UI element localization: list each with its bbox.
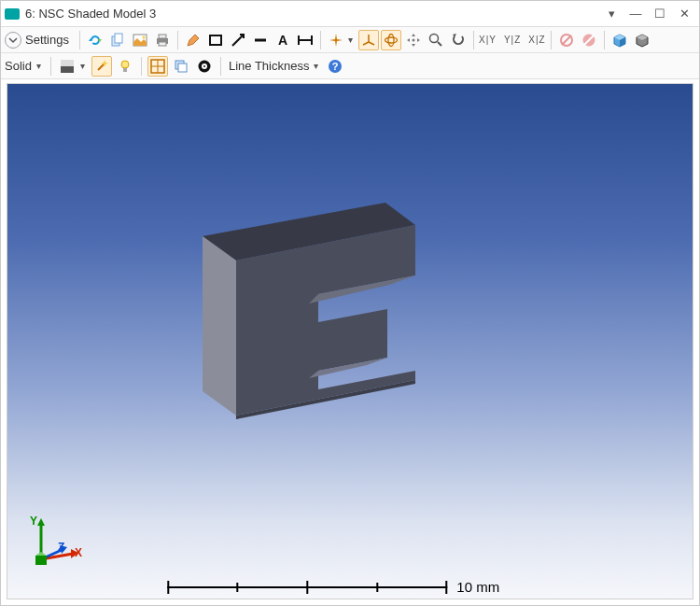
solid-mode-dropdown[interactable]: ▾ [36,61,41,71]
wand-icon [94,59,109,74]
grid-icon [150,59,165,74]
help-button[interactable]: ? [325,56,345,77]
expand-toggle-button[interactable] [5,32,21,49]
separator [320,31,321,49]
rectangle-icon [208,33,223,48]
axis-z-label: Z [58,541,64,554]
separator [220,57,221,76]
lightbulb-icon [118,59,133,74]
app-window: 6: NSC Shaded Model 3 ▾ — ☐ ✕ Settings [0,0,700,606]
pencil-button[interactable] [183,30,203,50]
zoom-button[interactable] [426,30,446,50]
svg-rect-26 [61,60,74,66]
svg-rect-1 [115,34,122,43]
text-button[interactable]: A [273,30,293,50]
close-button[interactable]: ✕ [675,5,693,23]
arrow-icon [231,33,245,48]
gradient-swatch-icon [60,59,75,74]
pan-button[interactable] [403,30,424,50]
settings-label[interactable]: Settings [25,33,69,47]
shading-style-dropdown[interactable]: ▾ [80,61,85,71]
dimension-button[interactable] [295,30,315,50]
plane-xy-button[interactable]: X|Y [479,35,497,45]
plane-yz-button[interactable]: Y|Z [504,35,521,45]
svg-text:?: ? [332,61,339,72]
image-button[interactable] [130,30,150,50]
layers-icon [174,59,189,74]
solid-mode-label[interactable]: Solid [5,59,32,73]
undo-icon [451,33,466,48]
grid-toggle-button[interactable] [147,56,168,77]
toolbar-secondary: Solid ▾ ▾ Line Thickness ▾ ? [1,53,699,79]
scale-label: 10 mm [456,579,499,595]
svg-line-20 [438,42,441,46]
svg-line-14 [369,42,374,45]
svg-point-28 [121,61,129,68]
target-button[interactable] [194,56,215,77]
svg-line-8 [232,35,243,46]
separator [50,57,51,76]
viewport-3d[interactable]: Y X Z 10 mm [7,83,693,599]
line-thickness-dropdown[interactable]: ▾ [314,61,318,71]
toolbar-primary: Settings A [1,27,699,53]
maximize-button[interactable]: ☐ [651,5,669,23]
axes-triad-button[interactable] [358,30,379,50]
undo-view-button[interactable] [448,30,469,50]
lightbulb-button[interactable] [115,56,135,77]
svg-point-3 [142,35,145,38]
svg-point-19 [429,34,438,42]
zoom-icon [428,33,443,48]
layers-button[interactable] [171,56,191,77]
pencil-icon [186,33,201,48]
line-icon [253,33,268,48]
prohibit-solid-icon [581,33,596,48]
cube-shaded-icon [612,33,627,48]
line-button[interactable] [250,30,271,50]
svg-line-15 [363,42,369,45]
prohibit-button-1[interactable] [556,30,577,50]
model-solid [171,173,451,434]
target-icon [197,59,212,74]
svg-point-17 [388,34,394,46]
chevron-down-icon [8,35,18,45]
wireframe-cube-button[interactable] [632,30,652,50]
svg-rect-29 [123,68,127,72]
cube-wire-icon [635,33,650,48]
separator [551,31,552,49]
refresh-icon [88,33,103,48]
scale-bar: 10 mm [167,579,499,595]
svg-point-18 [412,38,414,41]
shaded-cube-button[interactable] [609,30,630,50]
svg-point-37 [203,65,205,67]
orbit-button[interactable] [381,30,401,50]
window-title: 6: NSC Shaded Model 3 [25,7,596,21]
prohibit-button-2[interactable] [579,30,599,50]
print-button[interactable] [152,30,173,50]
locator-icon [329,33,343,48]
axis-gizmo[interactable]: Y X Z [26,514,82,571]
locator-button[interactable] [326,30,346,50]
app-icon [5,8,20,20]
rectangle-button[interactable] [205,30,226,50]
separator [604,31,605,49]
print-icon [155,33,170,48]
refresh-button[interactable] [85,30,105,50]
svg-rect-6 [159,42,166,46]
locator-dropdown[interactable]: ▾ [348,35,353,45]
window-settings-button[interactable]: ▾ [602,5,621,23]
arrow-button[interactable] [228,30,248,50]
svg-marker-48 [37,518,45,526]
axis-x-label: X [75,546,82,559]
copy-icon [110,33,125,48]
minimize-button[interactable]: — [626,5,645,23]
prohibit-icon [559,33,574,48]
shading-style-button[interactable] [57,56,77,77]
line-thickness-label[interactable]: Line Thickness [229,59,309,73]
axis-y-label: Y [30,514,37,528]
svg-marker-54 [35,552,47,556]
svg-line-22 [562,35,571,45]
svg-rect-5 [159,35,166,38]
copy-button[interactable] [107,30,128,50]
plane-xz-button[interactable]: X|Z [528,35,545,45]
highlight-button[interactable] [91,56,112,77]
